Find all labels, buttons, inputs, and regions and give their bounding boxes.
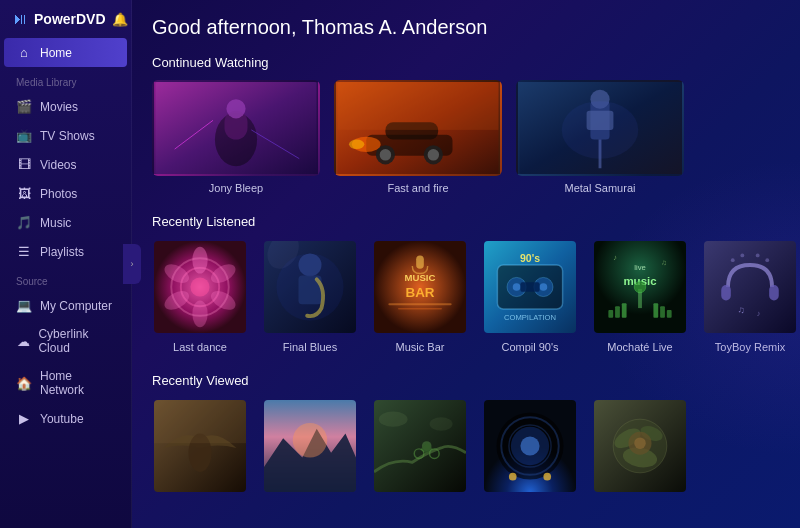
svg-point-92 xyxy=(543,473,551,481)
sidebar-item-videos[interactable]: 🎞 Videos xyxy=(4,150,127,179)
sidebar-item-my-computer[interactable]: 💻 My Computer xyxy=(4,291,127,320)
svg-point-5 xyxy=(226,99,245,118)
sidebar-item-cyberlink-cloud[interactable]: ☁ Cyberlink Cloud xyxy=(4,320,127,362)
media-card-jony[interactable]: Jony Bleep xyxy=(152,80,320,194)
media-thumb-dance xyxy=(152,239,248,335)
greeting-text: Good afternoon, Thomas A. Anderson xyxy=(152,16,780,39)
svg-rect-66 xyxy=(721,285,731,300)
media-thumb-bar: MUSIC BAR xyxy=(372,239,468,335)
media-library-section-label: Media Library xyxy=(0,67,131,92)
svg-rect-49 xyxy=(520,282,539,292)
svg-point-26 xyxy=(192,247,207,274)
svg-text:♫: ♫ xyxy=(661,258,667,267)
recently-viewed-title: Recently Viewed xyxy=(152,373,780,388)
sidebar-item-label: Photos xyxy=(40,187,77,201)
media-label-bar: Music Bar xyxy=(396,341,445,353)
sidebar-item-photos[interactable]: 🖼 Photos xyxy=(4,179,127,208)
movies-icon: 🎬 xyxy=(16,99,32,114)
svg-rect-41 xyxy=(398,308,442,309)
svg-text:COMPILATION: COMPILATION xyxy=(504,313,556,322)
sidebar-item-home[interactable]: ⌂ Home xyxy=(4,38,127,67)
svg-text:90's: 90's xyxy=(520,252,540,264)
media-card-viewed2[interactable] xyxy=(262,398,358,494)
sidebar-item-movies[interactable]: 🎬 Movies xyxy=(4,92,127,121)
svg-rect-76 xyxy=(154,400,246,443)
app-title: PowerDVD xyxy=(34,11,106,27)
media-card-viewed5[interactable] xyxy=(592,398,688,494)
sidebar-item-label: Home xyxy=(40,46,72,60)
svg-point-46 xyxy=(513,283,521,291)
sidebar-item-playlists[interactable]: ☰ Playlists xyxy=(4,237,127,266)
media-thumb-live: live music ♪ ♫ xyxy=(592,239,688,335)
svg-rect-15 xyxy=(338,82,499,130)
svg-rect-65 xyxy=(704,241,796,333)
svg-point-56 xyxy=(634,281,646,293)
svg-point-29 xyxy=(192,300,207,327)
media-card-metal[interactable]: Metal Samurai xyxy=(516,80,684,194)
media-thumb-viewed2 xyxy=(262,398,358,494)
playlists-icon: ☰ xyxy=(16,244,32,259)
svg-point-78 xyxy=(293,423,328,458)
svg-point-14 xyxy=(349,140,364,150)
media-card-viewed4[interactable] xyxy=(482,398,578,494)
sidebar-item-label: Movies xyxy=(40,100,78,114)
media-label-jony: Jony Bleep xyxy=(209,182,263,194)
media-card-dance[interactable]: Last dance xyxy=(152,239,248,353)
media-thumb-viewed3 xyxy=(372,398,468,494)
svg-text:♫: ♫ xyxy=(738,304,745,315)
sidebar-item-label: My Computer xyxy=(40,299,112,313)
music-icon: 🎵 xyxy=(16,215,32,230)
svg-rect-67 xyxy=(769,285,779,300)
recently-viewed-row xyxy=(152,398,780,494)
sidebar-item-tv-shows[interactable]: 📺 TV Shows xyxy=(4,121,127,150)
media-card-toy[interactable]: ♫ ♪ ToyBoy Remix xyxy=(702,239,798,353)
svg-rect-40 xyxy=(388,303,451,305)
svg-text:BAR: BAR xyxy=(405,285,434,300)
computer-icon: 💻 xyxy=(16,298,32,313)
media-card-90s[interactable]: 90's COMPILATION Compil 90's xyxy=(482,239,578,353)
sidebar-collapse-button[interactable]: › xyxy=(123,244,141,284)
media-card-viewed3[interactable] xyxy=(372,398,468,494)
media-thumb-metal xyxy=(516,80,684,176)
sidebar-item-home-network[interactable]: 🏠 Home Network xyxy=(4,362,127,404)
media-thumb-viewed5 xyxy=(592,398,688,494)
svg-point-73 xyxy=(765,258,769,262)
videos-icon: 🎞 xyxy=(16,157,32,172)
svg-rect-61 xyxy=(660,306,665,318)
sidebar-item-label: Cyberlink Cloud xyxy=(38,327,115,355)
media-card-bar[interactable]: MUSIC BAR Music Bar xyxy=(372,239,468,353)
svg-point-99 xyxy=(634,437,646,449)
sidebar-item-music[interactable]: 🎵 Music xyxy=(4,208,127,237)
sidebar-item-youtube[interactable]: ▶ Youtube xyxy=(4,404,127,433)
sidebar-item-label: Youtube xyxy=(40,412,84,426)
svg-point-21 xyxy=(562,101,639,158)
media-card-fast[interactable]: Fast and fire xyxy=(334,80,502,194)
svg-rect-42 xyxy=(416,255,424,268)
media-label-90s: Compil 90's xyxy=(501,341,558,353)
photos-icon: 🖼 xyxy=(16,186,32,201)
continued-watching-row: Jony Bleep xyxy=(152,80,780,194)
media-thumb-viewed1 xyxy=(152,398,248,494)
main-content: Good afternoon, Thomas A. Anderson Conti… xyxy=(132,0,800,528)
bell-icon[interactable]: 🔔 xyxy=(112,12,128,27)
svg-rect-62 xyxy=(667,310,672,318)
svg-point-12 xyxy=(428,149,440,161)
sidebar-item-label: TV Shows xyxy=(40,129,95,143)
media-card-live[interactable]: live music ♪ ♫ Mochaté Live xyxy=(592,239,688,353)
media-card-blues[interactable]: Final Blues xyxy=(262,239,358,353)
svg-point-83 xyxy=(379,412,408,427)
youtube-icon: ▶ xyxy=(16,411,32,426)
recently-listened-title: Recently Listened xyxy=(152,214,780,229)
media-card-viewed1[interactable] xyxy=(152,398,248,494)
svg-point-48 xyxy=(540,283,548,291)
media-thumb-90s: 90's COMPILATION xyxy=(482,239,578,335)
svg-point-84 xyxy=(430,417,453,430)
svg-text:live: live xyxy=(634,263,646,272)
svg-text:♪: ♪ xyxy=(613,253,617,262)
recently-listened-row: Last dance xyxy=(152,239,780,353)
svg-point-25 xyxy=(190,277,209,296)
media-thumb-jony xyxy=(152,80,320,176)
svg-point-10 xyxy=(380,149,392,161)
svg-point-88 xyxy=(520,436,539,455)
media-thumb-blues xyxy=(262,239,358,335)
